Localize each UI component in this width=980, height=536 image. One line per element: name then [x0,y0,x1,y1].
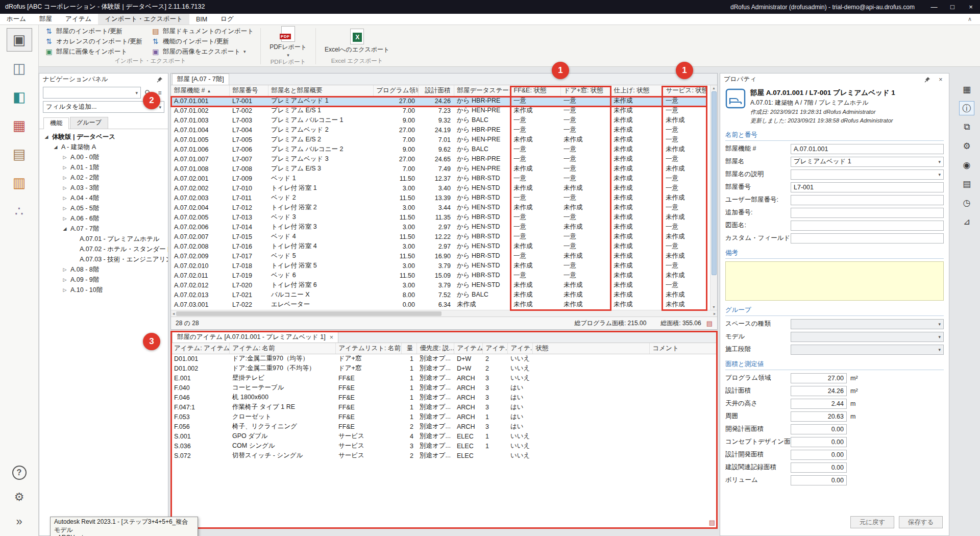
items-column-header[interactable]: 状態 [532,343,649,354]
report-book-icon[interactable]: ▤ [706,320,713,327]
rooms-column-header[interactable]: 部屋番号 [229,85,268,96]
room-row[interactable]: A.07.02.011L7-019ベッド 611.5015.09から HBR-S… [171,271,706,280]
item-row[interactable]: F.046机 1800x600FF&E1別途オプ...ARCH3はい [171,393,717,402]
room-row[interactable]: A.07.03.001L7-022エレベーター0.006.34未作成未作成未作成… [171,300,706,309]
copy-pages-icon[interactable]: ⧉ [959,120,974,134]
room-row[interactable]: A.07.01.001L7-001プレミアムベッド 127.0024.26から … [171,96,706,106]
room-row[interactable]: A.07.01.005L7-005プレミアム E/S 27.007.01から H… [171,135,706,144]
notes-textarea[interactable] [725,261,944,301]
doors-module-icon[interactable]: ◫ [7,57,32,80]
item-row[interactable]: D01.001ドア:金属二重970（均等）ドア+窓1別途オプ...D+W2いいえ [171,354,717,363]
tree-expander-icon[interactable]: ▷ [62,287,68,293]
minimize-button[interactable]: — [925,0,943,14]
collapse-ribbon-icon[interactable]: ∧ [960,14,980,25]
tree-node[interactable]: ▷A.03 - 3階 [39,183,168,193]
room-name-field[interactable]: プレミアムベッド 1▾ [791,157,944,167]
as-built-area-field[interactable]: 0.00 [791,462,847,473]
room-row[interactable]: A.07.01.007L7-007プレミアムベッド 327.0024.65から … [171,154,706,164]
tree-expander-icon[interactable]: ◢ [62,226,68,231]
room-row[interactable]: A.07.02.001L7-009ベッド 111.5012.37から HBR-S… [171,174,706,183]
items-column-header[interactable]: 優先度: 説... [416,343,454,354]
camera-icon[interactable]: ◉ [959,158,974,172]
info-icon[interactable]: ⓘ [959,101,974,115]
room-row[interactable]: A.07.02.013L7-021バルコニー X8.007.52から BALC未… [171,290,706,300]
tree-node[interactable]: A.07.02 - ホテル・スタンダード [39,244,168,254]
import-rooms-button[interactable]: ⇅部屋のインポート/更新 [43,26,146,36]
room-number-field[interactable]: L7-001 [791,182,944,192]
close-button[interactable]: × [962,0,980,14]
rooms-horizontal-scrollbar[interactable]: ◂ ▸ [171,310,717,316]
import-occurrences-button[interactable]: ⇅オカレンスのインポート/更新 [43,36,146,46]
products-module-icon[interactable]: ▦ [7,114,32,137]
tree-node[interactable]: ▷A.06 - 6階 [39,213,168,224]
history-clock-icon[interactable]: ◷ [959,196,974,210]
drawing-name-field[interactable] [791,221,944,231]
room-row[interactable]: A.07.02.007L7-015ベッド 411.5012.22から HBR-S… [171,232,706,241]
item-row[interactable]: F.040コーヒーテーブルFF&E1別途オプ...ARCH3はい [171,383,717,393]
menu-tab[interactable]: 部屋 [33,14,59,25]
item-row[interactable]: S.001GPO ダブルサービス4別途オプ...ELEC1いいえ [171,431,717,441]
tree-node[interactable]: ▷A.02 - 2階 [39,173,168,183]
pin-icon[interactable] [923,75,932,84]
room-row[interactable]: A.07.02.009L7-017ベッド 511.5016.90から HBR-S… [171,251,706,261]
tree-node[interactable]: ▷A.09 - 9階 [39,275,168,285]
item-row[interactable]: E.001壁掛テレビFF&E1別途オプ...ARCH3いいえ [171,373,717,383]
tree-node[interactable]: ▷A.00 - 0階 [39,152,168,162]
room-row[interactable]: A.07.02.002L7-010トイレ付 浴室 13.003.40から HEN… [171,183,706,193]
item-row[interactable]: D01.002ドア:金属二重970（不均等）ドア+窓1別途オプ...D+W2いい… [171,363,717,373]
tree-node[interactable]: ◢A.07 - 7階 [39,224,168,234]
room-items-tab[interactable]: 部屋のアイテム [A.07.01.001 - プレミアムベッド 1] × [172,331,338,343]
schematic-design-area-field[interactable]: 0.00 [791,424,847,434]
excel-export-button[interactable]: Excelへのエクスポート [318,26,396,57]
room-name-description-field[interactable]: ▾ [791,169,944,180]
items-column-header[interactable]: アイテ... [507,343,532,354]
room-row[interactable]: A.07.02.008L7-016トイレ付 浴室 43.002.97から HEN… [171,241,706,251]
report-book-icon[interactable]: ▤ [709,519,715,526]
custom-field-field[interactable] [791,233,944,243]
rooms-column-header[interactable]: 仕上げ: 状態 [610,85,663,96]
nav-tab-groups[interactable]: グループ [70,117,108,129]
settings-gear-icon[interactable]: ⚙ [7,488,32,506]
tree-node[interactable]: ▷A.05 - 5階 [39,203,168,213]
maximize-button[interactable]: □ [943,0,962,14]
items-column-header[interactable]: アイテム: 名前 [229,343,335,354]
scroll-right-icon[interactable]: ▸ [714,311,716,316]
rooms-column-header[interactable]: 部屋名と部屋概要 [268,85,373,96]
tree-node[interactable]: ◢A - 建築物 A [39,142,168,152]
menu-tab[interactable]: ログ [214,14,240,25]
tree-expander-icon[interactable]: ◢ [43,134,50,139]
items-column-header[interactable]: アイテ... [482,343,507,354]
rooms-module-icon[interactable]: ▣ [7,28,32,52]
bim-model-icon[interactable]: ◧ [7,85,32,109]
room-function-number-field[interactable]: A.07.01.001 [791,144,944,154]
layout-grid-icon[interactable]: ▦ [959,82,974,96]
item-row[interactable]: F.056椅子、リクライニングFF&E2別途オプ...ARCH3はい [171,422,717,431]
concept-design-area-field[interactable]: 0.00 [791,437,847,447]
tree-expander-icon[interactable]: ▷ [62,196,68,201]
item-row[interactable]: S.072切替スイッチ - シングルサービス2別途オプ...ELECいいえ [171,451,717,460]
scroll-up-icon[interactable]: ▴ [713,86,715,90]
documents-icon[interactable]: ▤ [959,177,974,191]
import-room-documents-button[interactable]: ▤部屋ドキュメントのインポート [150,26,258,36]
items-column-header[interactable]: アイテムリスト: 名前 [335,343,401,354]
items-column-header[interactable]: アイテム: アイテム番号 [171,343,229,354]
space-type-select[interactable]: ▾ [791,319,944,329]
close-panel-icon[interactable]: × [936,75,945,84]
advanced-search-icon[interactable]: ≡ [155,88,164,98]
room-row[interactable]: A.07.02.004L7-012トイレ付 浴室 23.003.44から HEN… [171,203,706,212]
rooms-vertical-scrollbar[interactable]: ▴ ▾ [710,85,717,310]
items-column-header[interactable]: 量 [401,343,416,354]
room-row[interactable]: A.07.02.012L7-020トイレ付 浴室 63.003.79から HEN… [171,280,706,290]
room-row[interactable]: A.07.01.003L7-003プレミアム バルコニー 19.009.32から… [171,115,706,125]
room-row[interactable]: A.07.01.006L7-006プレミアム バルコニー 29.009.62から… [171,144,706,154]
rooms-column-header[interactable]: ドア+窓: 状態 [560,85,610,96]
measure-icon[interactable]: ⊿ [959,214,974,229]
tree-node[interactable]: A.07.01 - プレミアムホテル [39,234,168,244]
room-row[interactable]: A.07.02.003L7-011ベッド 211.5013.39から HBR-S… [171,193,706,203]
menu-tab[interactable]: BIM [189,14,214,25]
scrollbar-thumb[interactable] [176,311,442,316]
expand-panel-icon[interactable]: » [7,513,32,531]
documents-module-icon[interactable]: ▤ [7,142,32,166]
item-row[interactable]: F.053クローゼットFF&E1別途オプ...ARCH1はい [171,412,717,422]
rooms-tab[interactable]: 部屋 [A.07 - 7階] [172,74,229,85]
